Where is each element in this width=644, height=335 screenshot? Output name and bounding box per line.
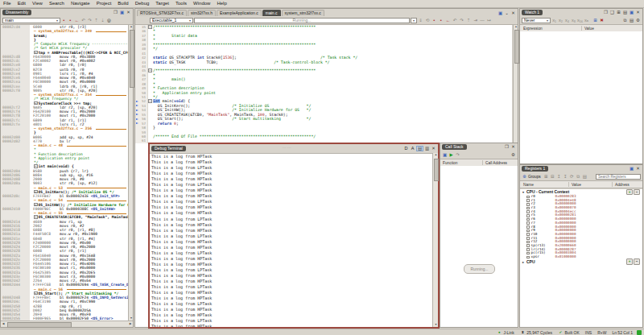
- step-back-icon[interactable]: ←: [445, 18, 451, 23]
- format-8-icon[interactable]: x₈: [571, 18, 576, 23]
- scroll-up-icon[interactable]: ▲: [514, 25, 518, 29]
- tab-debug-terminal[interactable]: Debug Terminal: [151, 146, 186, 151]
- column-divider[interactable]: [612, 182, 613, 187]
- step-out-icon[interactable]: ⇡: [466, 18, 472, 23]
- dock-window-icon[interactable]: ▣: [629, 166, 634, 172]
- step-icon[interactable]: ↷: [455, 152, 460, 158]
- chevron-down-icon[interactable]: ⌄: [504, 10, 510, 16]
- format-16-icon[interactable]: x₁₆: [577, 18, 583, 23]
- set-pc-icon[interactable]: ↦: [486, 18, 492, 23]
- step-instruction-icon[interactable]: ⇣: [100, 18, 105, 23]
- close-icon[interactable]: ✕: [510, 144, 516, 150]
- export-icon[interactable]: ▤: [582, 174, 588, 180]
- menu-item-edit[interactable]: Edit: [14, 0, 29, 7]
- refresh-icon[interactable]: ⟳: [569, 174, 575, 180]
- fold-toggle-icon[interactable]: −: [34, 101, 38, 105]
- menu-item-tools[interactable]: Tools: [172, 0, 190, 7]
- add-watch-icon[interactable]: ⊞: [592, 18, 598, 23]
- dock-window-icon[interactable]: ❐: [504, 144, 510, 150]
- groups-icon[interactable]: ⊛: [522, 174, 527, 180]
- register-checkbox[interactable]: [526, 237, 530, 240]
- debug-terminal-titlebar[interactable]: Debug Terminal ⋯⋯ DA▤▥✕: [150, 144, 438, 153]
- dock-window-icon[interactable]: ▣: [119, 10, 125, 15]
- copy-icon[interactable]: ⧉: [622, 18, 628, 23]
- run-to-line-icon[interactable]: ⇥: [473, 18, 478, 23]
- clear-terminal-icon[interactable]: D: [403, 146, 409, 151]
- halt-icon[interactable]: ▪: [431, 18, 437, 23]
- scroll-thumb[interactable]: [7, 322, 72, 328]
- close-icon[interactable]: ✕: [635, 10, 641, 15]
- register-checkbox[interactable]: [526, 230, 530, 233]
- register-checkbox[interactable]: [526, 225, 530, 229]
- scroll-thumb[interactable]: [130, 30, 134, 88]
- format-1-icon[interactable]: x₁: [551, 18, 557, 23]
- register-checkbox[interactable]: [526, 233, 530, 236]
- menu-item-target[interactable]: Target: [152, 0, 172, 7]
- settings-gear-icon[interactable]: ⚙: [510, 152, 516, 158]
- menu-item-build[interactable]: Build: [114, 0, 131, 7]
- fold-toggle-icon[interactable]: −: [34, 51, 38, 55]
- add-register-button[interactable]: +: [626, 189, 633, 195]
- stop-icon[interactable]: ▪: [68, 18, 73, 23]
- register-search-input[interactable]: [596, 174, 641, 180]
- file-tab-main.c[interactable]: main.c: [262, 10, 281, 16]
- file-tab-rtosinit_stm32f7xx.c[interactable]: RTOSInit_STM32F7xx.c: [137, 10, 187, 16]
- register-checkbox[interactable]: [526, 248, 530, 251]
- menu-item-debug[interactable]: Debug: [132, 0, 153, 7]
- tab-watch[interactable]: Watch 1: [522, 10, 543, 15]
- line-number-gutter[interactable]: 61: [135, 139, 148, 143]
- step-over-icon[interactable]: ↷: [87, 18, 93, 23]
- frame-icon[interactable]: ▣: [442, 152, 448, 158]
- register-checkbox[interactable]: [526, 210, 530, 213]
- register-checkbox[interactable]: [526, 244, 530, 247]
- terminal-vscrollbar[interactable]: ▲ ▼: [432, 153, 438, 327]
- remove-register-button[interactable]: −: [634, 258, 640, 265]
- step-over-icon[interactable]: ↷: [459, 18, 464, 23]
- disassembly-hscrollbar[interactable]: ◀ ▶: [1, 321, 133, 327]
- dock-window-icon[interactable]: ▥: [424, 146, 430, 151]
- target-selector[interactable]: Executable_1▾: [150, 18, 193, 23]
- file-tab-stm32f7xx.h[interactable]: stm32f7xx.h: [188, 10, 216, 16]
- menu-item-search[interactable]: Search: [46, 0, 68, 7]
- menu-item-project[interactable]: Project: [93, 0, 115, 7]
- status-dropdown[interactable]: ▾: [411, 18, 417, 23]
- menu-item-view[interactable]: View: [29, 0, 46, 7]
- run-status-field[interactable]: Running...: [194, 18, 410, 23]
- close-icon[interactable]: ✕: [431, 146, 436, 151]
- column-divider[interactable]: [482, 160, 483, 165]
- groups-label[interactable]: Groups: [528, 175, 541, 179]
- dock-window-icon[interactable]: ▣: [629, 10, 634, 15]
- fold-toggle-icon[interactable]: −: [34, 215, 38, 219]
- menu-item-navigate[interactable]: Navigate: [68, 0, 93, 7]
- copy-icon[interactable]: ⧉: [576, 174, 581, 180]
- step-back-icon[interactable]: ←: [74, 18, 80, 23]
- register-checkbox[interactable]: [526, 203, 530, 206]
- fold-toggle-icon[interactable]: −: [34, 203, 38, 207]
- fold-toggle-icon[interactable]: −: [34, 292, 38, 296]
- split-icon[interactable]: ❑: [609, 10, 615, 15]
- menu-item-file[interactable]: File: [0, 0, 14, 7]
- menu-item-help[interactable]: Help: [213, 0, 229, 7]
- register-checkbox[interactable]: [526, 241, 530, 244]
- pause-icon[interactable]: —: [480, 18, 485, 23]
- disassembly-symbol-input[interactable]: main▾: [2, 18, 60, 23]
- scroll-lock-icon[interactable]: ▤: [416, 146, 423, 151]
- tab-disassembly[interactable]: Disassembly: [2, 10, 31, 15]
- remove-watch-icon[interactable]: ✖: [599, 18, 605, 23]
- register-checkbox[interactable]: [526, 196, 530, 199]
- register-group-header[interactable]: ▸CPU+−: [520, 259, 642, 265]
- close-icon[interactable]: ✕: [126, 10, 131, 15]
- register-group-header[interactable]: ▾CPU - Current Context+−: [520, 189, 642, 195]
- halt-icon[interactable]: ▪: [61, 18, 67, 23]
- tab-call-stack[interactable]: Call Stack: [442, 144, 467, 150]
- menu-item-window[interactable]: Window: [190, 0, 213, 7]
- register-checkbox[interactable]: [526, 252, 530, 255]
- float-window-icon[interactable]: ❐: [603, 10, 609, 15]
- scroll-left-icon[interactable]: ◀: [1, 322, 6, 326]
- format-2-icon[interactable]: x₂: [558, 18, 564, 23]
- step-into-icon[interactable]: ↶: [452, 18, 458, 23]
- new-watch-window-icon[interactable]: ⊞: [616, 10, 621, 15]
- scroll-right-icon[interactable]: ▶: [128, 322, 133, 326]
- register-checkbox[interactable]: [526, 256, 530, 259]
- export-icon[interactable]: ▤: [629, 18, 634, 23]
